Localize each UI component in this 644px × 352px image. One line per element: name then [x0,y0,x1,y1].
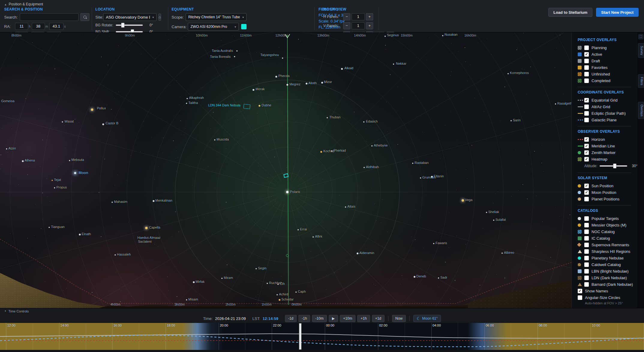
mosaic-plus-button[interactable]: + [366,13,373,20]
now-button[interactable]: Now [392,315,406,322]
camera-dropdown[interactable]: ZWO ASI 6200mm Pro▾ [188,23,239,31]
checkbox-caldwell-catalog[interactable] [584,262,589,267]
checkbox-ngc-catalog[interactable] [584,229,589,234]
checkbox-alt-az-grid[interactable] [584,105,589,109]
time-step-button-plus1h[interactable]: +1h [357,315,370,322]
search-input[interactable] [20,13,79,21]
overlay-toggle-barnard-dark-nebulae-[interactable]: Barnard (Dark Nebulae) [578,281,637,288]
ra-hours-field[interactable]: 11 [15,23,28,30]
overlay-toggle-supernova-remnants[interactable]: Supernova Remnants [578,241,637,248]
overlay-toggle-lbn-bright-nebulae-[interactable]: LBN (Bright Nebulae) [578,268,637,274]
checkbox-galactic-plane[interactable] [584,118,589,122]
ldn-344-outline[interactable] [243,104,250,109]
moon-altitude-chip[interactable]: ☾ Moon 61° [413,315,441,322]
time-step-button-plus1d[interactable]: +1d [372,315,385,322]
overlay-toggle-show-names[interactable]: ✓ Show Names [578,288,637,294]
position-equipment-collapse[interactable]: ▲Position & Equipment [4,2,43,6]
checkbox-moon-position[interactable]: ✓ [584,190,589,195]
bg-slider-0[interactable] [116,23,143,28]
checkbox-zenith-marker[interactable]: ✓ [584,150,589,155]
site-dropdown[interactable]: ASG Observatory Dome B▾ [103,13,157,21]
overlay-toggle-galactic-plane[interactable]: Galactic Plane [578,117,637,123]
ra-seconds-field[interactable]: 43.1 [49,23,64,30]
overlay-toggle-meridian-line[interactable]: ✓ Meridian Line [578,143,637,149]
mosaic-minus-button[interactable]: − [343,22,350,29]
overlay-toggle-sharpless-hii-regions[interactable]: Sharpless HII Regions [578,248,637,255]
overlay-toggle-active[interactable]: ✓ Active [578,51,637,58]
checkbox-completed[interactable] [584,78,589,83]
checkbox-planetary-nebulae[interactable] [584,256,589,260]
start-new-project-button[interactable]: Start New Project [596,8,639,17]
overlay-toggle-zenith-marker[interactable]: ✓ Zenith Marker [578,149,637,156]
side-tab-survey[interactable]: Survey [638,43,644,58]
checkbox-planet-positions[interactable] [584,197,589,201]
overlay-toggle-caldwell-catalog[interactable]: Caldwell Catalog [578,261,637,268]
checkbox-favorites[interactable] [584,65,589,70]
overlay-toggle-unfinished[interactable]: Unfinished [578,71,637,77]
overlay-toggle-planetary-nebulae[interactable]: Planetary Nebulae [578,255,637,261]
time-scrubber[interactable]: 12:0014:0016:0018:0020:0022:0000:0002:00… [0,323,644,350]
time-step-button-plus10m[interactable]: +10m [340,315,355,322]
overlay-toggle-popular-targets[interactable]: Popular Targets [578,215,637,222]
site-manager-button[interactable]: ⌂ [158,13,161,21]
checkbox-messier-objects-m-[interactable] [584,223,589,227]
overlay-toggle-favorites[interactable]: Favorites [578,64,637,71]
overlay-toggle-angular-size-circles[interactable]: Angular-Size Circles [578,294,637,301]
checkbox-unfinished[interactable] [584,72,589,76]
overlay-toggle-planet-positions[interactable]: Planet Positions [578,196,637,202]
scope-dropdown[interactable]: Ritchey Chretien 14" Truss Tube▾ [186,13,247,21]
moon-icon: ☾ [417,316,421,321]
ra-minutes-field[interactable]: 38 [32,23,45,30]
side-tab-filters[interactable]: Filters [638,74,644,88]
overlay-toggle-planning[interactable]: Planning [578,44,637,51]
heatmap-altitude-slider[interactable] [600,164,627,168]
overlay-toggle-ic-catalog[interactable]: IC Catalog [578,235,637,241]
overlay-toggle-messier-objects-m-[interactable]: Messier Objects (M) [578,222,637,228]
play-button[interactable]: ▶ [329,315,338,322]
current-time-cursor[interactable] [299,323,301,350]
overlay-toggle-ldn-dark-nebulae-[interactable]: LDN (Dark Nebulae) [578,274,637,281]
checkbox-popular-targets[interactable] [584,216,589,221]
checkbox-sharpless-hii-regions[interactable] [584,249,589,254]
checkbox-draft[interactable] [584,59,589,63]
checkbox-meridian-line[interactable]: ✓ [584,144,589,148]
overlay-toggle-heatmap[interactable]: ✓ Heatmap [578,156,637,162]
overlay-toggle-draft[interactable]: Draft [578,58,637,64]
checkbox-show-names[interactable]: ✓ [578,289,582,293]
sky-map[interactable]: Tania AustralisTania BorealisTaiyangshou… [0,32,571,308]
overlay-toggle-moon-position[interactable]: ✓ Moon Position [578,189,637,196]
search-button[interactable] [80,13,89,21]
overlay-toggle-completed[interactable]: Completed [578,77,637,84]
camera-color-swatch[interactable] [241,24,247,29]
checkbox-angular-size-circles[interactable] [578,295,582,300]
checkbox-ldn-dark-nebulae-[interactable] [584,276,589,280]
sidebar-expand-button[interactable]: ⛶ [638,34,643,39]
checkbox-barnard-dark-nebulae-[interactable] [584,282,589,287]
checkbox-sun-position[interactable]: ✓ [584,184,589,188]
load-to-stellarium-button[interactable]: Load to Stellarium [548,8,592,17]
mosaic-minus-button[interactable]: − [343,13,350,20]
side-tab-overlays[interactable]: Overlays [638,102,644,119]
checkbox-ecliptic-solar-path-[interactable] [584,111,589,116]
overlay-toggle-ecliptic-solar-path-[interactable]: Ecliptic (Solar Path) [578,110,637,117]
mosaic-value-field[interactable]: 1 [352,22,365,29]
mosaic-value-field[interactable]: 1 [352,13,365,20]
checkbox-supernova-remnants[interactable] [584,243,589,247]
overlay-toggle-horizon[interactable]: ✓ Horizon [578,136,637,143]
overlay-toggle-ngc-catalog[interactable]: NGC Catalog [578,228,637,235]
overlay-toggle-equatorial-grid[interactable]: ✓ Equatorial Grid [578,97,637,103]
checkbox-lbn-bright-nebulae-[interactable] [584,269,589,274]
overlay-toggle-sun-position[interactable]: ✓ Sun Position [578,182,637,189]
time-step-button-minus10m[interactable]: -10m [312,315,327,322]
checkbox-planning[interactable] [584,46,589,50]
time-step-button-minus1d[interactable]: -1d [285,315,297,322]
overlay-toggle-alt-az-grid[interactable]: Alt/Az Grid [578,103,637,110]
checkbox-heatmap[interactable]: ✓ [584,157,589,161]
time-step-button-minus1h[interactable]: -1h [298,315,310,322]
checkbox-ic-catalog[interactable] [584,236,589,241]
mosaic-plus-button[interactable]: + [366,22,373,29]
checkbox-active[interactable]: ✓ [584,52,589,57]
checkbox-equatorial-grid[interactable]: ✓ [584,98,589,102]
time-controls-collapse[interactable]: ▼ Time Controls [0,308,644,314]
checkbox-horizon[interactable]: ✓ [584,137,589,142]
